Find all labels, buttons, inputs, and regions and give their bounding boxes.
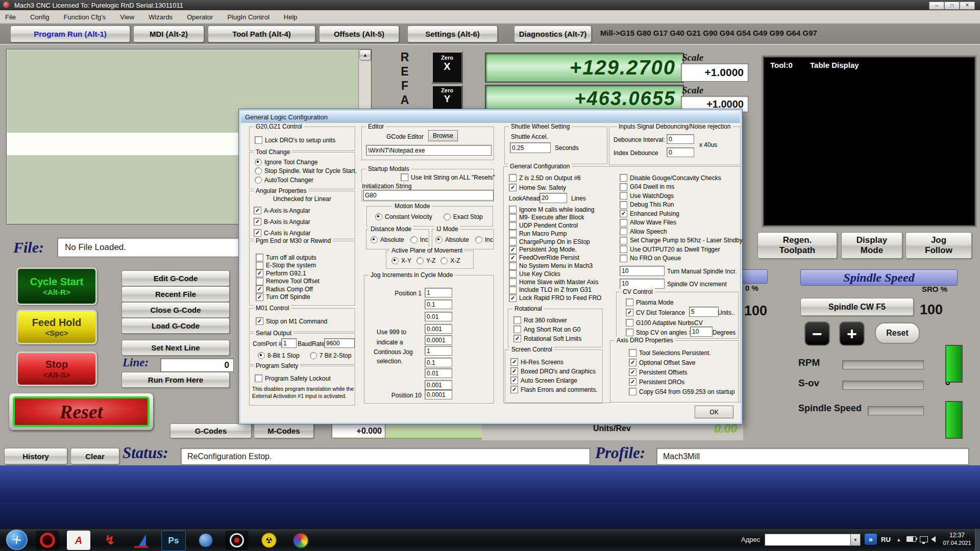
checkbox[interactable] <box>509 262 517 270</box>
spindle-decrease-button[interactable]: − <box>804 321 830 346</box>
tab-program-run[interactable]: Program Run (Alt-1) <box>10 26 130 42</box>
checkbox-row[interactable]: Set Charge Pump to 5Khz - Laser Stndby <box>620 237 743 244</box>
checkbox-row[interactable]: Allow Speech <box>620 228 743 235</box>
checkbox-row[interactable]: Use OUTPUT20 as Dwell Trigger <box>620 245 743 253</box>
gcodes-button[interactable]: G-Codes <box>170 423 252 438</box>
scroll-up-icon[interactable]: ▲ <box>359 49 371 60</box>
jog-increment-6[interactable]: 1 <box>425 346 452 356</box>
checkbox[interactable]: ✓ <box>509 294 517 302</box>
mcodes-button[interactable]: M-Codes <box>254 423 314 438</box>
checkbox-row[interactable]: ✓Radius Comp Off <box>256 285 320 293</box>
sro-value[interactable]: 100 <box>920 302 943 318</box>
display-mode-button[interactable]: Display Mode <box>841 232 902 259</box>
checkbox-row[interactable]: Use WatchDogs <box>620 192 743 199</box>
checkbox[interactable]: ✓ <box>620 210 627 217</box>
checkbox[interactable] <box>620 219 627 227</box>
checkbox-row[interactable]: Use Init String on ALL "Resets" <box>401 173 495 181</box>
checkbox-row[interactable]: ✓Persistent Jog Mode. <box>509 246 601 254</box>
checkbox-row[interactable]: ✓A-Axis is Angular <box>254 207 310 214</box>
checkbox-row[interactable]: Rot 360 rollover <box>513 316 581 324</box>
reset-button[interactable]: Reset <box>9 393 153 430</box>
ref-all-vertical-label[interactable]: R E F A <box>397 50 412 107</box>
regen-toolpath-button[interactable]: Regen. Toolpath <box>757 232 837 259</box>
checkbox[interactable]: ✓ <box>629 378 636 386</box>
dro-x-axis[interactable]: +129.2700 <box>485 53 684 83</box>
spindle-cw-button[interactable]: Spindle CW F5 <box>800 298 914 316</box>
checkbox[interactable] <box>629 349 636 357</box>
radio[interactable] <box>475 236 482 243</box>
checkbox[interactable]: ✓ <box>256 269 263 277</box>
baudrate-input[interactable]: 9600 <box>324 338 355 348</box>
close-button[interactable]: × <box>960 2 975 10</box>
checkbox[interactable] <box>509 278 517 286</box>
checkbox[interactable]: ✓ <box>256 293 263 301</box>
checkbox[interactable] <box>509 206 517 213</box>
dro-y-axis[interactable]: +463.0655 <box>485 85 684 112</box>
menu-config[interactable]: Config <box>30 13 50 21</box>
checkbox[interactable] <box>256 262 263 269</box>
fro-value[interactable]: 100 <box>744 303 767 319</box>
checkbox[interactable] <box>620 201 627 209</box>
radio[interactable] <box>310 352 317 359</box>
checkbox-row[interactable]: ✓B-Axis is Angular <box>254 218 310 226</box>
stop-cv-angle-input[interactable]: 10 <box>690 327 713 337</box>
checkbox[interactable] <box>620 228 627 235</box>
browse-button[interactable]: Browse <box>428 130 458 141</box>
checkbox-row[interactable]: E-Stop the system <box>256 262 320 269</box>
clear-button[interactable]: Clear <box>70 448 119 464</box>
checkbox-row[interactable]: ✓Auto Screen Enlarge <box>510 377 598 384</box>
close-gcode-button[interactable]: Close G-Code <box>121 302 230 318</box>
radio-row[interactable]: Stop Spindle. Wait for Cycle Start. <box>255 168 357 174</box>
checkbox-row[interactable]: Z is 2.5D on Output #6 <box>509 174 581 182</box>
jog-increment-2[interactable]: 0.1 <box>425 299 452 309</box>
radio[interactable] <box>258 352 265 359</box>
checkbox[interactable]: ✓ <box>629 359 636 366</box>
checkbox[interactable]: ✓ <box>254 218 261 226</box>
pdf-reader-icon[interactable]: A <box>67 531 90 550</box>
comport-input[interactable]: 1 <box>281 338 297 348</box>
tab-tool-path[interactable]: Tool Path (Alt-4) <box>208 26 315 42</box>
radio[interactable] <box>255 159 262 166</box>
manual-spindle-incr-input[interactable]: 10 <box>620 266 665 276</box>
checkbox-row[interactable]: ✓Boxed DRO's and Graphics <box>510 367 598 375</box>
menu-plugin-control[interactable]: PlugIn Control <box>227 13 269 21</box>
jog-follow-button[interactable]: Jog Follow <box>905 232 972 259</box>
menu-view[interactable]: View <box>120 13 134 21</box>
maximize-button[interactable]: □ <box>944 2 960 10</box>
checkbox[interactable] <box>513 316 521 324</box>
checkbox[interactable] <box>629 388 636 395</box>
radio[interactable] <box>440 257 448 264</box>
set-next-line-button[interactable]: Set Next Line <box>121 340 230 356</box>
scale-x-value[interactable]: +1.0000 <box>681 63 748 82</box>
checkbox[interactable]: ✓ <box>510 358 518 366</box>
checkbox[interactable] <box>509 214 517 221</box>
checkbox[interactable]: ✓ <box>510 377 518 384</box>
g100-nurbs-checkbox[interactable] <box>626 319 633 327</box>
checkbox[interactable] <box>255 136 262 144</box>
checkbox[interactable]: ✓ <box>509 254 517 262</box>
address-go-icon[interactable]: » <box>865 534 877 545</box>
history-button[interactable]: History <box>4 448 67 464</box>
checkbox[interactable] <box>509 222 517 230</box>
checkbox-row[interactable]: ✓Home Sw. Safety <box>509 184 581 191</box>
checkbox-row[interactable]: ✓Flash Errors and comments. <box>510 386 598 393</box>
jog-increment-1[interactable]: 1 <box>425 288 452 297</box>
checkbox-row[interactable]: Ang Short Rot on G0 <box>513 325 581 333</box>
spindle-increase-button[interactable]: + <box>839 321 865 346</box>
spindle-speed-slider[interactable] <box>868 406 924 415</box>
jog-increment-8[interactable]: 0.01 <box>425 368 452 378</box>
jog-increment-7[interactable]: 0.1 <box>425 358 452 367</box>
checkbox[interactable]: ✓ <box>629 368 636 376</box>
tool-offset-value[interactable]: +0.000 <box>331 423 385 438</box>
mach3-taskbar-icon[interactable] <box>36 531 59 550</box>
checkbox-row[interactable]: ✓Persistent DROs <box>629 378 734 386</box>
checkbox-row[interactable]: Tool Selections Persistent. <box>629 349 734 357</box>
network-icon[interactable] <box>920 536 928 542</box>
checkbox[interactable] <box>620 255 627 262</box>
tray-chevron-icon[interactable]: ▴ <box>897 536 900 543</box>
checkbox[interactable] <box>256 278 263 285</box>
checkbox[interactable] <box>509 174 517 182</box>
checkbox-row[interactable]: Use Key Clicks <box>509 270 601 278</box>
checkbox[interactable]: ✓ <box>254 229 261 237</box>
checkbox-row[interactable]: ✓Lock Rapid FRO to Feed FRO <box>509 294 601 302</box>
